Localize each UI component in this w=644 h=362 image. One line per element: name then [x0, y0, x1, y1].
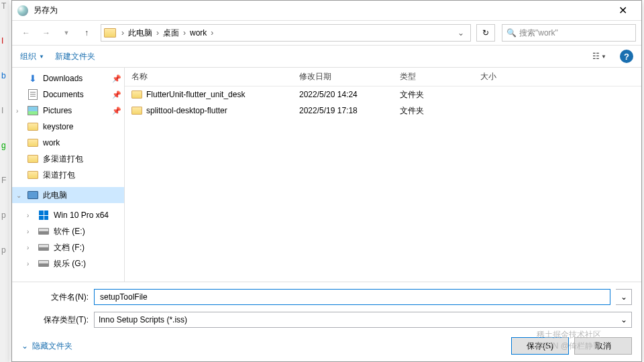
- address-dropdown[interactable]: ⌄: [454, 28, 468, 38]
- sidebar-this-pc[interactable]: ⌄此电脑: [12, 187, 124, 203]
- search-icon: 🔍: [506, 28, 517, 38]
- folder-icon: [27, 170, 39, 180]
- editor-gutter: TIbIgFpp: [0, 0, 9, 362]
- crumb-work[interactable]: work: [187, 27, 209, 39]
- up-button[interactable]: ↑: [78, 24, 95, 42]
- header-size[interactable]: 大小: [474, 71, 534, 82]
- filename-input[interactable]: [94, 289, 610, 305]
- header-date[interactable]: 修改日期: [292, 71, 393, 82]
- recent-dropdown[interactable]: ▼: [58, 24, 75, 42]
- close-button[interactable]: ✕: [609, 1, 636, 20]
- save-button[interactable]: 保存(S): [511, 337, 569, 355]
- windows-icon: [38, 210, 50, 221]
- sidebar-drive-win10[interactable]: ›Win 10 Pro x64: [12, 207, 124, 223]
- sidebar-item-channel[interactable]: 渠道打包: [12, 167, 124, 183]
- sidebar-item-multi[interactable]: 多渠道打包: [12, 151, 124, 167]
- pictures-icon: [27, 105, 39, 116]
- filetype-combo[interactable]: Inno Setup Scripts (*.iss)⌄: [94, 312, 632, 328]
- file-pane: 名称 修改日期 类型 大小 FlutterUnit-flutter_unit_d…: [125, 68, 641, 282]
- app-icon: [17, 5, 28, 16]
- sidebar-item-keystore[interactable]: keystore: [12, 119, 124, 135]
- folder-icon: [131, 90, 142, 99]
- drive-icon: [38, 226, 50, 237]
- window-title: 另存为: [34, 5, 609, 16]
- sidebar-item-work[interactable]: work: [12, 135, 124, 151]
- chevron-down-icon: ⌄: [21, 341, 28, 351]
- hide-folders-toggle[interactable]: ⌄隐藏文件夹: [21, 341, 72, 352]
- nav-bar: ← → ▼ ↑ › 此电脑 › 桌面 › work › ⌄ ↻ 🔍 搜索"wor…: [12, 21, 641, 45]
- back-button[interactable]: ←: [17, 24, 35, 42]
- sidebar-item-downloads[interactable]: ⬇Downloads📌: [12, 70, 124, 86]
- filetype-label: 保存类型(T):: [21, 314, 89, 326]
- sidebar-drive-e[interactable]: ›软件 (E:): [12, 223, 124, 239]
- drive-icon: [38, 258, 50, 269]
- header-type[interactable]: 类型: [393, 71, 474, 82]
- toolbar: 组织▼ 新建文件夹 ☷▼ ?: [12, 45, 641, 68]
- column-headers: 名称 修改日期 类型 大小: [125, 68, 641, 86]
- sidebar-drive-f[interactable]: ›文档 (F:): [12, 239, 124, 255]
- cancel-button[interactable]: 取消: [574, 337, 632, 355]
- document-icon: [27, 89, 39, 100]
- sidebar: ⬇Downloads📌 Documents📌 ›Pictures📌 keysto…: [12, 68, 125, 282]
- filename-dropdown[interactable]: ⌄: [616, 289, 632, 305]
- address-bar[interactable]: › 此电脑 › 桌面 › work › ⌄: [101, 24, 471, 42]
- crumb-this-pc[interactable]: 此电脑: [125, 26, 155, 40]
- refresh-button[interactable]: ↻: [476, 24, 495, 42]
- folder-icon: [27, 137, 39, 148]
- search-input[interactable]: 🔍 搜索"work": [502, 24, 636, 42]
- file-row[interactable]: FlutterUnit-flutter_unit_desk 2022/5/20 …: [125, 86, 641, 103]
- pc-icon: [27, 190, 39, 200]
- folder-icon: [27, 121, 39, 132]
- folder-icon: [131, 107, 142, 115]
- sidebar-item-documents[interactable]: Documents📌: [12, 86, 124, 103]
- pin-icon: 📌: [112, 90, 121, 99]
- titlebar: 另存为 ✕: [12, 1, 641, 21]
- organize-menu[interactable]: 组织▼: [20, 51, 44, 62]
- sidebar-item-pictures[interactable]: ›Pictures📌: [12, 103, 124, 119]
- filename-label: 文件名(N):: [21, 292, 89, 303]
- new-folder-button[interactable]: 新建文件夹: [55, 51, 95, 62]
- footer: 文件名(N): ⌄ 保存类型(T): Inno Setup Scripts (*…: [12, 282, 641, 361]
- folder-icon: [27, 154, 39, 164]
- crumb-desktop[interactable]: 桌面: [160, 26, 182, 40]
- forward-button[interactable]: →: [38, 24, 55, 42]
- breadcrumb: › 此电脑 › 桌面 › work ›: [120, 26, 454, 40]
- pin-icon: 📌: [112, 107, 121, 115]
- sidebar-drive-g[interactable]: ›娱乐 (G:): [12, 255, 124, 272]
- file-row[interactable]: splittool-desktop-flutter 2022/5/19 17:1…: [125, 103, 641, 119]
- drive-icon: [38, 242, 50, 253]
- save-as-dialog: 另存为 ✕ ← → ▼ ↑ › 此电脑 › 桌面 › work › ⌄ ↻ 🔍 …: [11, 0, 642, 362]
- view-options-button[interactable]: ☷▼: [590, 50, 609, 62]
- download-icon: ⬇: [27, 73, 39, 84]
- pin-icon: 📌: [112, 74, 121, 83]
- folder-icon: [104, 28, 116, 38]
- help-button[interactable]: ?: [620, 50, 633, 63]
- header-name[interactable]: 名称: [125, 71, 292, 82]
